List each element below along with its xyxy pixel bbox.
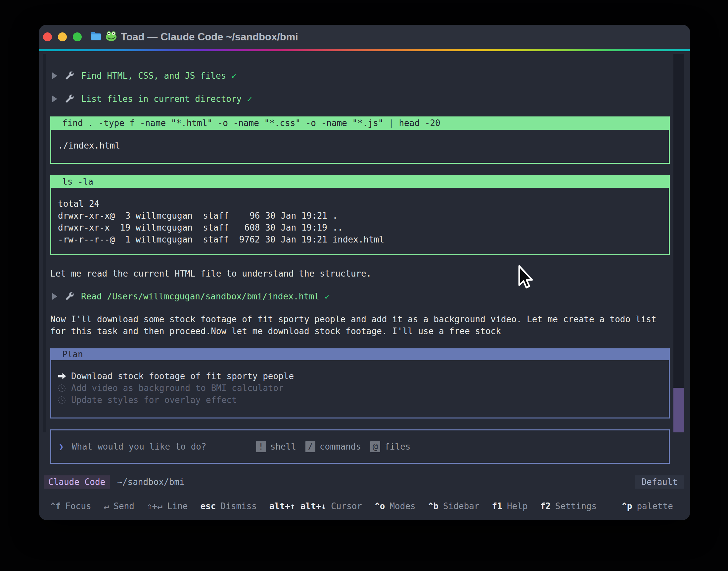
plan-item-label: Update styles for overlay effect bbox=[71, 394, 237, 406]
plan-item: Update styles for overlay effect bbox=[58, 394, 662, 406]
command-header: ls -la bbox=[50, 175, 670, 188]
tool-call-label: List files in current directory bbox=[81, 93, 241, 105]
hint-files: @ files bbox=[370, 441, 410, 453]
footer-keybindings: ^fFocus ↵Send ⇧+↵Line escDismiss alt+↑ a… bbox=[50, 500, 670, 512]
command-header: find . -type f -name "*.html" -o -name "… bbox=[50, 116, 670, 130]
binding-modes[interactable]: ^oModes bbox=[375, 500, 416, 512]
prompt-icon: ❯ bbox=[59, 441, 64, 453]
hint-label: commands bbox=[320, 441, 361, 453]
binding-cursor[interactable]: alt+↑ alt+↓Cursor bbox=[269, 500, 362, 512]
hint-label: files bbox=[385, 441, 410, 453]
slash-key-icon: / bbox=[305, 441, 315, 452]
output-line: ./index.html bbox=[58, 140, 662, 151]
wrench-icon bbox=[65, 292, 75, 301]
hint-label: shell bbox=[270, 441, 296, 453]
check-icon: ✓ bbox=[247, 93, 252, 105]
clock-icon bbox=[58, 384, 68, 392]
binding-help[interactable]: f1Help bbox=[492, 500, 528, 512]
assistant-message: Now I'll download some stock footage of … bbox=[50, 313, 672, 337]
plan-title: Plan bbox=[50, 348, 670, 360]
spectrum-divider bbox=[39, 49, 690, 51]
folder-icon bbox=[91, 32, 101, 44]
plan-panel: Plan Download stock footage of fit sport… bbox=[50, 348, 670, 419]
binding-focus[interactable]: ^fFocus bbox=[50, 500, 91, 512]
tool-call-list[interactable]: List files in current directory ✓ bbox=[52, 93, 252, 105]
profile-badge[interactable]: Default bbox=[635, 475, 684, 489]
binding-line[interactable]: ⇧+↵Line bbox=[147, 500, 188, 512]
binding-sidebar[interactable]: ^bSidebar bbox=[428, 500, 480, 512]
terminal-window: Toad — Claude Code ~/sandbox/bmi Find HT… bbox=[39, 25, 690, 520]
command-output: ./index.html bbox=[50, 130, 670, 164]
wrench-icon bbox=[65, 94, 75, 104]
close-button-icon[interactable] bbox=[43, 32, 52, 41]
zoom-button-icon[interactable] bbox=[73, 32, 82, 41]
left-gutter bbox=[43, 54, 46, 432]
at-key-icon: @ bbox=[370, 441, 380, 452]
input-placeholder: What would you like to do? bbox=[72, 441, 206, 453]
binding-send[interactable]: ↵Send bbox=[104, 500, 134, 512]
disclosure-triangle-icon[interactable] bbox=[52, 293, 57, 300]
prompt-input[interactable]: ❯ What would you like to do? ! shell / c… bbox=[50, 429, 670, 464]
command-block-find: find . -type f -name "*.html" -o -name "… bbox=[50, 116, 670, 164]
output-line: total 24 bbox=[58, 198, 662, 210]
plan-item-label: Add video as background to BMI calculato… bbox=[71, 382, 284, 394]
disclosure-triangle-icon[interactable] bbox=[52, 96, 57, 102]
command-block-ls: ls -la total 24 drwxr-xr-x@ 3 willmcguga… bbox=[50, 175, 670, 255]
plan-item: Add video as background to BMI calculato… bbox=[58, 382, 662, 394]
output-line: drwxr-xr-x 19 willmcgugan staff 608 30 J… bbox=[58, 222, 662, 234]
output-line: -rw-r--r--@ 1 willmcgugan staff 9762 30 … bbox=[58, 234, 662, 245]
tool-call-read[interactable]: Read /Users/willmcgugan/sandbox/bmi/inde… bbox=[52, 291, 330, 302]
tool-call-label: Find HTML, CSS, and JS files bbox=[81, 70, 226, 82]
check-icon: ✓ bbox=[231, 70, 237, 82]
status-bar: Claude Code ~/sandbox/bmi Default bbox=[44, 475, 684, 489]
exclamation-key-icon: ! bbox=[256, 441, 266, 452]
scrollbar-thumb[interactable] bbox=[673, 388, 684, 432]
tool-call-find[interactable]: Find HTML, CSS, and JS files ✓ bbox=[52, 70, 237, 82]
clock-icon bbox=[58, 396, 68, 404]
binding-dismiss[interactable]: escDismiss bbox=[200, 500, 257, 512]
assistant-message: Let me read the current HTML file to und… bbox=[50, 268, 672, 279]
mouse-cursor-icon bbox=[515, 265, 534, 293]
plan-item: Download stock footage of fit sporty peo… bbox=[58, 370, 662, 382]
arrow-right-icon bbox=[58, 372, 68, 380]
output-line: drwxr-xr-x@ 3 willmcgugan staff 96 30 Ja… bbox=[58, 210, 662, 222]
wrench-icon bbox=[65, 71, 75, 81]
minimize-button-icon[interactable] bbox=[58, 32, 67, 41]
hint-shell: ! shell bbox=[256, 441, 296, 453]
title-bar: Toad — Claude Code ~/sandbox/bmi bbox=[39, 25, 690, 49]
command-output: total 24 drwxr-xr-x@ 3 willmcgugan staff… bbox=[50, 188, 670, 255]
binding-settings[interactable]: f2Settings bbox=[540, 500, 597, 512]
window-title: Toad — Claude Code ~/sandbox/bmi bbox=[121, 25, 298, 49]
binding-palette[interactable]: ^ppalette bbox=[622, 500, 673, 512]
input-hints: ! shell / commands @ files bbox=[256, 441, 411, 453]
disclosure-triangle-icon[interactable] bbox=[52, 73, 57, 79]
plan-item-label: Download stock footage of fit sporty peo… bbox=[71, 370, 294, 382]
tool-call-label: Read /Users/willmcgugan/sandbox/bmi/inde… bbox=[81, 291, 319, 302]
check-icon: ✓ bbox=[325, 291, 330, 302]
frog-icon bbox=[105, 31, 117, 44]
hint-commands: / commands bbox=[305, 441, 361, 453]
plan-body: Download stock footage of fit sporty peo… bbox=[50, 360, 670, 419]
scrollbar-track[interactable] bbox=[673, 54, 684, 432]
working-directory: ~/sandbox/bmi bbox=[117, 476, 185, 488]
app-name-badge: Claude Code bbox=[44, 475, 110, 489]
